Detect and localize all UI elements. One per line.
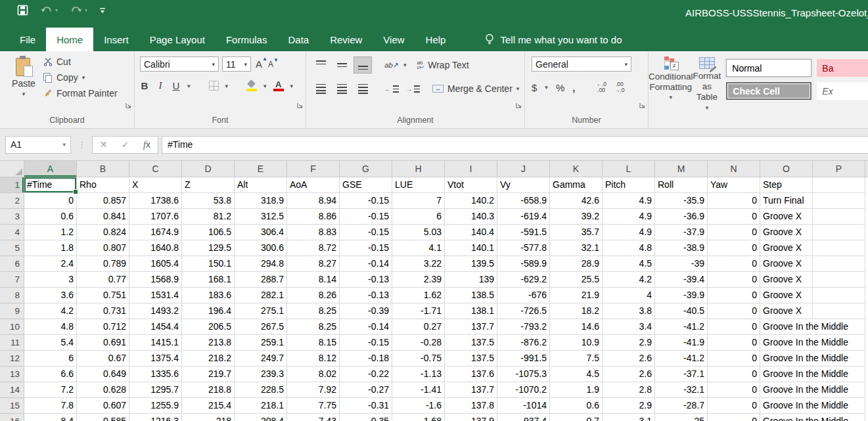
cell-H4[interactable]: 5.03 — [392, 225, 445, 240]
cell-H7[interactable]: 2.39 — [392, 272, 445, 288]
cell-B4[interactable]: 0.824 — [77, 225, 129, 240]
cell-E13[interactable]: 239.3 — [235, 366, 287, 382]
column-header-A[interactable]: A — [24, 161, 77, 177]
increase-decimal-button[interactable]: ←.0.00 — [596, 81, 606, 94]
font-size-dropdown-icon[interactable]: ▾ — [240, 61, 247, 68]
cell-B13[interactable]: 0.649 — [77, 366, 129, 382]
conditional-formatting-dropdown-icon[interactable]: ▾ — [670, 94, 673, 101]
cell-A6[interactable]: 2.4 — [24, 256, 77, 272]
cell-F7[interactable]: 8.14 — [287, 272, 340, 288]
cell-O12[interactable]: Groove In the Middle — [760, 351, 813, 366]
cell-N8[interactable]: 0 — [708, 288, 760, 303]
cell-D4[interactable]: 106.5 — [182, 225, 235, 240]
align-left-button[interactable] — [311, 80, 330, 97]
cell-K9[interactable]: 18.2 — [550, 303, 603, 319]
cell-C14[interactable]: 1295.7 — [129, 382, 182, 398]
cell-A1[interactable]: #Time — [24, 177, 77, 193]
cell-G6[interactable]: -0.14 — [340, 256, 392, 272]
cell-I6[interactable]: 139.5 — [445, 256, 497, 272]
row-header-1[interactable]: 1 — [0, 177, 24, 193]
cell-D15[interactable]: 215.4 — [182, 398, 235, 414]
font-size-combo[interactable]: 11▾ — [222, 56, 251, 72]
number-dialog-launcher[interactable] — [639, 100, 646, 112]
percent-style-button[interactable]: % — [556, 82, 564, 93]
column-header-B[interactable]: B — [77, 161, 129, 177]
cell-K13[interactable]: 4.5 — [550, 366, 603, 382]
cell-B1[interactable]: Rho — [77, 177, 129, 193]
italic-button[interactable]: I — [156, 80, 165, 91]
align-middle-button[interactable] — [332, 56, 351, 74]
align-top-button[interactable] — [311, 56, 330, 74]
cell-J15[interactable]: -1014 — [497, 398, 550, 414]
cell-G11[interactable]: -0.15 — [340, 335, 392, 351]
redo-button[interactable]: ▾ — [70, 5, 87, 15]
cell-style-check-cell[interactable]: Check Cell — [726, 82, 811, 100]
cell-N14[interactable]: 0 — [708, 382, 760, 398]
cell-G10[interactable]: -0.14 — [340, 319, 392, 335]
tab-file[interactable]: File — [9, 28, 46, 51]
cell-M6[interactable]: -39 — [655, 256, 708, 272]
cell-P13[interactable] — [813, 366, 865, 382]
cell-F1[interactable]: AoA — [287, 177, 340, 193]
cell-P12[interactable] — [813, 351, 865, 366]
cell-F12[interactable]: 8.12 — [287, 351, 340, 366]
cell-I14[interactable]: 137.7 — [445, 382, 497, 398]
cell-F10[interactable]: 8.25 — [287, 319, 340, 335]
cell-M2[interactable]: -35.9 — [655, 193, 708, 209]
cell-H10[interactable]: 0.27 — [392, 319, 445, 335]
cell-N3[interactable]: 0 — [708, 209, 760, 225]
cell-style-explanatory[interactable]: Ex — [817, 82, 868, 100]
cell-C10[interactable]: 1454.4 — [129, 319, 182, 335]
cell-K8[interactable]: 21.9 — [550, 288, 603, 303]
cell-I9[interactable]: 138.1 — [445, 303, 497, 319]
cell-A15[interactable]: 7.8 — [24, 398, 77, 414]
cell-O6[interactable]: Groove X — [760, 256, 813, 272]
merge-center-button[interactable]: ↔ Merge & Center ▾ — [432, 83, 519, 94]
cell-A13[interactable]: 6.6 — [24, 366, 77, 382]
cell-J5[interactable]: -577.8 — [497, 240, 550, 256]
cell-A7[interactable]: 3 — [24, 272, 77, 288]
cell-E7[interactable]: 288.7 — [235, 272, 287, 288]
cell-I12[interactable]: 137.5 — [445, 351, 497, 366]
cell-K15[interactable]: 0.6 — [550, 398, 603, 414]
cell-D2[interactable]: 53.8 — [182, 193, 235, 209]
cell-C2[interactable]: 1738.6 — [129, 193, 182, 209]
cell-L15[interactable]: 2.9 — [603, 398, 655, 414]
tab-insert[interactable]: Insert — [93, 28, 139, 51]
cell-P6[interactable] — [813, 256, 865, 272]
cell-K10[interactable]: 14.6 — [550, 319, 603, 335]
cell-I15[interactable]: 137.8 — [445, 398, 497, 414]
borders-icon[interactable] — [209, 81, 219, 91]
cell-J14[interactable]: -1070.2 — [497, 382, 550, 398]
cell-F11[interactable]: 8.15 — [287, 335, 340, 351]
paste-dropdown-icon[interactable]: ▾ — [22, 91, 26, 97]
cell-H14[interactable]: -1.41 — [392, 382, 445, 398]
cell-I7[interactable]: 139 — [445, 272, 497, 288]
borders-dropdown-icon[interactable]: ▾ — [225, 83, 229, 89]
cell-L16[interactable]: 3.1 — [603, 414, 655, 421]
cell-G12[interactable]: -0.18 — [340, 351, 392, 366]
align-right-button[interactable] — [354, 80, 372, 97]
cell-C15[interactable]: 1255.9 — [129, 398, 182, 414]
cell-K7[interactable]: 25.5 — [550, 272, 603, 288]
font-color-button[interactable]: A — [273, 81, 284, 91]
cell-A5[interactable]: 1.8 — [24, 240, 77, 256]
tab-page-layout[interactable]: Page Layout — [139, 28, 216, 51]
grow-font-button[interactable]: A▲ — [254, 58, 263, 70]
cell-N15[interactable]: 0 — [708, 398, 760, 414]
cell-P9[interactable] — [813, 303, 865, 319]
increase-indent-button[interactable]: → — [403, 80, 422, 97]
cell-A3[interactable]: 0.6 — [24, 209, 77, 225]
cell-N1[interactable]: Yaw — [708, 177, 760, 193]
cell-E15[interactable]: 218.1 — [235, 398, 287, 414]
cell-O11[interactable]: Groove In the Middle — [760, 335, 813, 351]
orientation-button[interactable]: ab↗ — [382, 56, 401, 74]
cell-M5[interactable]: -38.9 — [655, 240, 708, 256]
formula-bar-resizer[interactable]: ⋮ — [78, 140, 85, 150]
cell-M11[interactable]: -41.9 — [655, 335, 708, 351]
shrink-font-button[interactable]: A▼ — [267, 60, 275, 69]
cell-D14[interactable]: 218.8 — [182, 382, 235, 398]
cell-L13[interactable]: 2.6 — [603, 366, 655, 382]
column-header-P[interactable]: P — [813, 161, 865, 177]
cell-P2[interactable] — [813, 193, 865, 209]
